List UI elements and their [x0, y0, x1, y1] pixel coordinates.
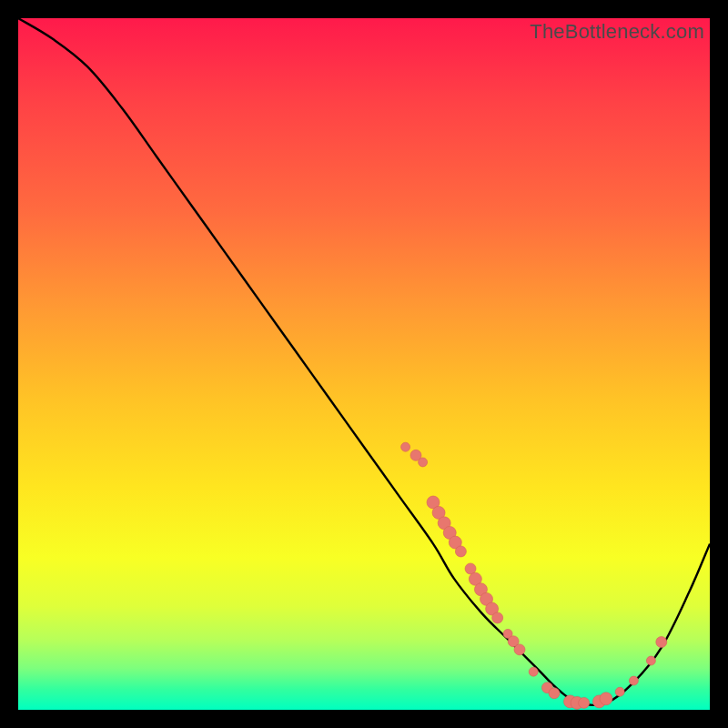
data-dot — [600, 693, 612, 705]
data-dot — [529, 667, 538, 676]
data-dot — [615, 687, 624, 696]
chart-svg — [18, 18, 710, 710]
data-dot — [514, 644, 525, 655]
data-dot — [401, 442, 410, 451]
data-dot — [455, 546, 466, 557]
chart-frame: TheBottleneck.com — [18, 18, 710, 710]
data-dot — [419, 458, 428, 467]
data-dot — [656, 637, 667, 648]
curve-line — [18, 18, 710, 705]
data-dot — [579, 697, 590, 708]
data-dot — [646, 656, 655, 665]
data-dot — [492, 612, 503, 623]
data-dot — [549, 688, 560, 699]
curve-dots — [401, 442, 667, 709]
data-dot — [629, 676, 638, 685]
